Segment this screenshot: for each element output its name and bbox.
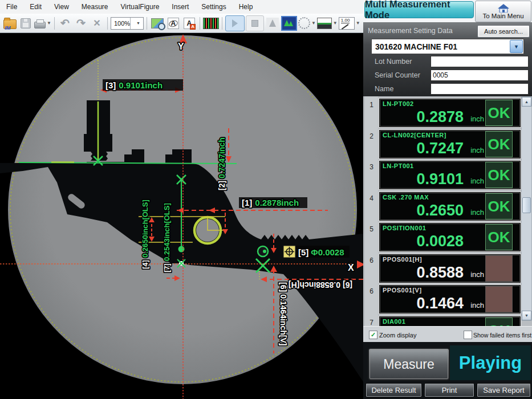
scrollbar-thumb[interactable] <box>522 197 531 213</box>
dim2-label: [2]0.7247inch <box>217 137 226 190</box>
home-icon <box>497 4 510 13</box>
delete-result-button[interactable]: Delete Result <box>366 383 422 397</box>
font-color-icon[interactable]: A <box>182 16 197 31</box>
menu-settings[interactable]: Settings <box>195 0 232 14</box>
camera-view[interactable]: [3]0.9101inch [2]0.7247inch [1]0.2878inc… <box>0 33 363 399</box>
chevron-down-icon[interactable]: ▼ <box>510 40 523 53</box>
undo-icon[interactable]: ↶ <box>58 16 72 31</box>
measurement-name: DIA001 <box>383 318 405 325</box>
row-number: 4 <box>365 194 378 202</box>
result-row-3[interactable]: LN-PT001 0.9101 inch OK <box>379 160 521 190</box>
toolbar-separator <box>54 17 55 30</box>
row-number: 7 <box>365 319 378 326</box>
playing-status: Playing <box>450 345 531 380</box>
measurement-name: LN-PT001 <box>383 162 414 169</box>
redo-icon[interactable]: ↷ <box>74 16 88 31</box>
menu-bar: File Edit View Measure VirtualFigure Ins… <box>0 0 363 14</box>
delete-icon[interactable]: ✕ <box>90 16 104 31</box>
program-name: 301620 MACHINE F01 <box>372 42 510 51</box>
serial-counter-field[interactable] <box>431 70 529 81</box>
result-row-8[interactable]: DIA001 OK <box>379 316 521 326</box>
measurement-unit: inch <box>470 301 484 310</box>
zoom-display-checkbox[interactable]: ✓ <box>369 331 377 339</box>
save-icon[interactable] <box>18 16 33 31</box>
print-button[interactable]: Print <box>424 383 474 397</box>
measurement-name: CSK .270 MAX <box>383 194 429 201</box>
dim6h-label: [6]0.8588inch[H] <box>289 280 352 290</box>
pattern-search-icon[interactable] <box>281 16 297 31</box>
result-row-4[interactable]: CSK .270 MAX 0.2650 inch OK <box>379 192 521 221</box>
menu-view[interactable]: View <box>48 0 75 14</box>
setting-section-label: Measurement Setting Data <box>368 27 453 35</box>
row-number: 3 <box>365 163 378 171</box>
measurement-value: 0.7247 <box>416 140 464 157</box>
pattern-gray-icon[interactable] <box>265 16 280 31</box>
play-icon[interactable] <box>225 16 245 31</box>
menu-file[interactable]: File <box>0 0 23 14</box>
menu-virtualfigure[interactable]: VirtualFigure <box>115 0 166 14</box>
row-number: 2 <box>365 132 378 140</box>
image-search-icon[interactable] <box>150 16 165 31</box>
measurement-name: POSITION001 <box>383 225 426 231</box>
menu-edit[interactable]: Edit <box>23 0 48 14</box>
show-failed-label: Show failed items first <box>473 332 531 339</box>
row-number: 1 <box>365 101 378 109</box>
dim5-label: [5]Φ0.0028 <box>298 247 344 257</box>
measurement-value: 0.0028 <box>416 233 464 250</box>
results-scrollbar[interactable]: ▲ ▼ <box>521 96 532 321</box>
menu-insert[interactable]: Insert <box>165 0 195 14</box>
stage-contrast-icon[interactable]: ▼ <box>317 16 338 31</box>
name-field[interactable] <box>431 83 529 95</box>
measurement-value: 0.9101 <box>416 170 464 188</box>
measurement-value: 0.2878 <box>416 108 464 126</box>
result-row-5[interactable]: POSITION001 0.0028 OK <box>379 222 521 252</box>
measure-button[interactable]: Measure <box>368 348 450 381</box>
program-select[interactable]: 301620 MACHINE F01 ▼ <box>371 39 524 54</box>
zoom-display-label: Zoom display <box>379 332 416 339</box>
status-badge: OK <box>485 224 513 250</box>
measurement-name: CL-LN002[CENTER] <box>383 132 446 139</box>
result-row-6[interactable]: PPOS001[H] 0.8588 inch <box>379 254 521 283</box>
auto-search-button[interactable]: Auto search... <box>477 25 530 38</box>
status-badge <box>485 286 513 312</box>
scroll-up-icon[interactable]: ▲ <box>522 97 531 107</box>
main-menu-label: To Main Menu <box>482 13 523 19</box>
small-hole-center <box>263 250 266 253</box>
scale-factor-icon[interactable]: 1.00▼ <box>339 16 360 31</box>
status-badge: OK <box>485 193 513 219</box>
zoom-select[interactable]: 100%▼ <box>111 17 144 30</box>
status-badge: OK <box>485 162 513 188</box>
status-badge: OK <box>485 100 513 126</box>
dim3-label: [3]0.9101inch <box>105 80 163 90</box>
lot-number-field[interactable] <box>431 56 529 67</box>
barcode-icon[interactable] <box>203 16 219 31</box>
open-folder-icon[interactable]: IM <box>2 16 17 31</box>
lasso-icon[interactable]: ▼ <box>298 16 316 31</box>
stop-icon[interactable] <box>246 16 264 31</box>
dim1-label: [1]0.2878inch <box>242 198 299 207</box>
result-row-2[interactable]: CL-LN002[CENTER] 0.7247 inch OK <box>379 129 521 159</box>
annotation-font-icon[interactable]: A <box>166 16 181 31</box>
toolbar-separator <box>200 17 200 30</box>
measurement-settings: Measurement Setting Data Auto search... … <box>363 22 532 96</box>
print-icon[interactable]: ▼ <box>34 16 51 31</box>
menu-help[interactable]: Help <box>233 0 259 14</box>
result-row-7[interactable]: PPOS001[V] 0.1464 inch <box>379 284 521 314</box>
options-bar: ✓ Zoom display Show failed items first <box>363 326 532 343</box>
show-failed-checkbox[interactable] <box>464 331 472 339</box>
name-label: Name <box>375 85 393 93</box>
main-menu-button[interactable]: To Main Menu <box>475 1 531 22</box>
y-axis-label: Y <box>178 42 184 51</box>
measurement-unit: inch <box>470 208 484 217</box>
result-row-1[interactable]: LN-PT002 0.2878 inch OK <box>379 98 521 128</box>
row-number: 6 <box>365 287 378 295</box>
menu-measure[interactable]: Measure <box>75 0 115 14</box>
dim6v-label: [6]0.1464inch[V] <box>279 282 288 345</box>
measurement-unit: inch <box>470 146 484 154</box>
toolbar: IM ▼ ↶ ↷ ✕ 100%▼ A A ▼ ▼ 1.00▼ <box>0 14 363 33</box>
status-badge <box>485 255 513 282</box>
toolbar-separator <box>147 17 147 30</box>
measurement-value: 0.1464 <box>416 295 464 312</box>
scroll-down-icon[interactable]: ▼ <box>522 311 531 320</box>
save-report-button[interactable]: Save Report <box>477 383 531 397</box>
